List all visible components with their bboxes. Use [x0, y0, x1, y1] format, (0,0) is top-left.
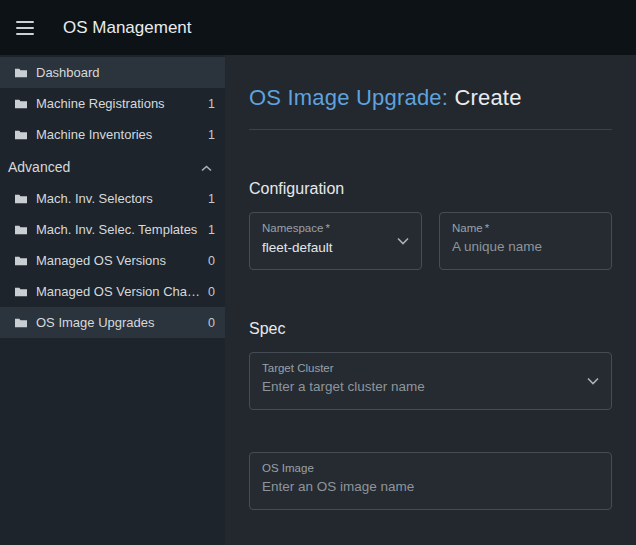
sidebar-item-os-image-upgrades[interactable]: OS Image Upgrades 0 [0, 307, 225, 338]
sidebar-item-label: Managed OS Version Channels [36, 284, 202, 299]
item-count-badge: 0 [208, 285, 215, 299]
os-image-field[interactable]: OS Image [249, 452, 612, 510]
sidebar-item-machine-inventories[interactable]: Machine Inventories 1 [0, 119, 225, 150]
item-count-badge: 0 [208, 316, 215, 330]
sidebar-item-machine-registrations[interactable]: Machine Registrations 1 [0, 88, 225, 119]
item-count-badge: 0 [208, 254, 215, 268]
page-title-resource: OS Image Upgrade: [249, 85, 448, 110]
sidebar-item-label: Machine Inventories [36, 127, 202, 142]
name-input[interactable] [452, 239, 579, 254]
sidebar-item-label: Dashboard [36, 65, 209, 80]
configuration-heading: Configuration [249, 180, 612, 198]
sidebar-item-label: Machine Registrations [36, 96, 202, 111]
sidebar-item-managed-os-version-channels[interactable]: Managed OS Version Channels 0 [0, 276, 225, 307]
item-count-badge: 1 [208, 128, 215, 142]
sidebar-group-advanced[interactable]: Advanced [0, 150, 225, 183]
target-cluster-select[interactable]: Target Cluster [249, 352, 612, 410]
sidebar-nav: Dashboard Machine Registrations 1 Machin… [0, 55, 225, 545]
name-label: Name* [452, 222, 579, 234]
folder-icon [15, 99, 27, 109]
chevron-down-icon [587, 377, 599, 385]
spec-heading: Spec [249, 320, 612, 338]
folder-icon [15, 194, 27, 204]
sidebar-item-mach-inv-selec-templates[interactable]: Mach. Inv. Selec. Templates 1 [0, 214, 225, 245]
sidebar-item-managed-os-versions[interactable]: Managed OS Versions 0 [0, 245, 225, 276]
sidebar-group-label: Advanced [8, 159, 201, 175]
sidebar-item-label: Managed OS Versions [36, 253, 202, 268]
namespace-select[interactable]: Namespace* fleet-default [249, 212, 422, 270]
required-asterisk: * [325, 222, 329, 234]
sidebar-item-label: OS Image Upgrades [36, 315, 202, 330]
sidebar-item-dashboard[interactable]: Dashboard [0, 57, 225, 88]
chevron-up-icon[interactable] [201, 159, 212, 175]
namespace-label: Namespace* [262, 222, 389, 234]
sidebar-item-mach-inv-selectors[interactable]: Mach. Inv. Selectors 1 [0, 183, 225, 214]
name-field[interactable]: Name* [439, 212, 612, 270]
sidebar-item-label: Mach. Inv. Selectors [36, 191, 202, 206]
main-content: OS Image Upgrade: Create Configuration N… [225, 55, 636, 545]
app-window: OS Management Dashboard Machine Registra… [0, 0, 636, 545]
page-title: OS Image Upgrade: Create [249, 85, 612, 111]
page-title-action: Create [454, 85, 521, 110]
folder-icon [15, 256, 27, 266]
item-count-badge: 1 [208, 97, 215, 111]
folder-icon [15, 130, 27, 140]
folder-icon [15, 287, 27, 297]
folder-icon [15, 68, 27, 78]
title-divider [249, 129, 612, 130]
top-header: OS Management [0, 0, 636, 55]
target-cluster-label: Target Cluster [262, 362, 579, 374]
required-asterisk: * [485, 222, 489, 234]
os-image-label: OS Image [262, 462, 579, 474]
app-title: OS Management [63, 18, 192, 38]
folder-icon [15, 225, 27, 235]
item-count-badge: 1 [208, 192, 215, 206]
sidebar-item-label: Mach. Inv. Selec. Templates [36, 222, 202, 237]
os-image-input[interactable] [262, 479, 579, 494]
item-count-badge: 1 [208, 223, 215, 237]
namespace-value: fleet-default [262, 240, 389, 255]
chevron-down-icon [397, 237, 409, 245]
configuration-form-row: Namespace* fleet-default Name* [249, 212, 612, 270]
folder-icon [15, 318, 27, 328]
hamburger-menu-icon[interactable] [13, 15, 39, 41]
target-cluster-input[interactable] [262, 379, 579, 394]
